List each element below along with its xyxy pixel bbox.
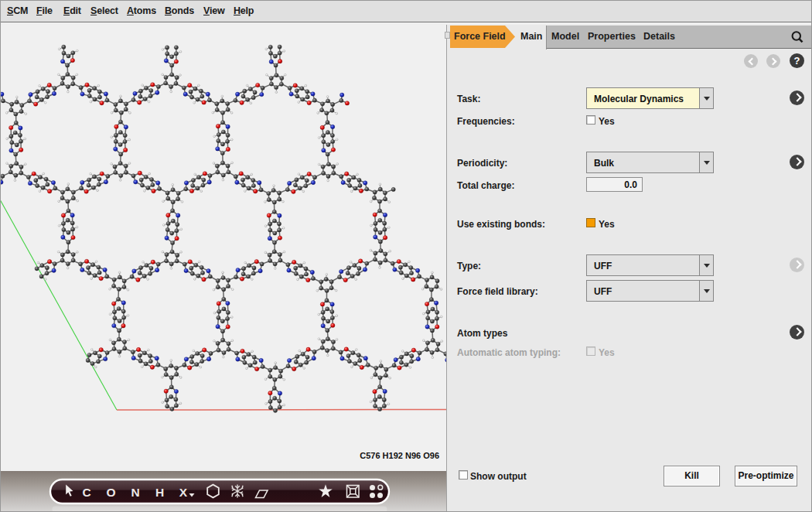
svg-text:X: X xyxy=(179,486,188,499)
svg-text:H: H xyxy=(155,486,164,499)
svg-text:N: N xyxy=(131,486,139,499)
svg-text:C: C xyxy=(82,486,90,499)
svg-text:O: O xyxy=(106,486,115,499)
